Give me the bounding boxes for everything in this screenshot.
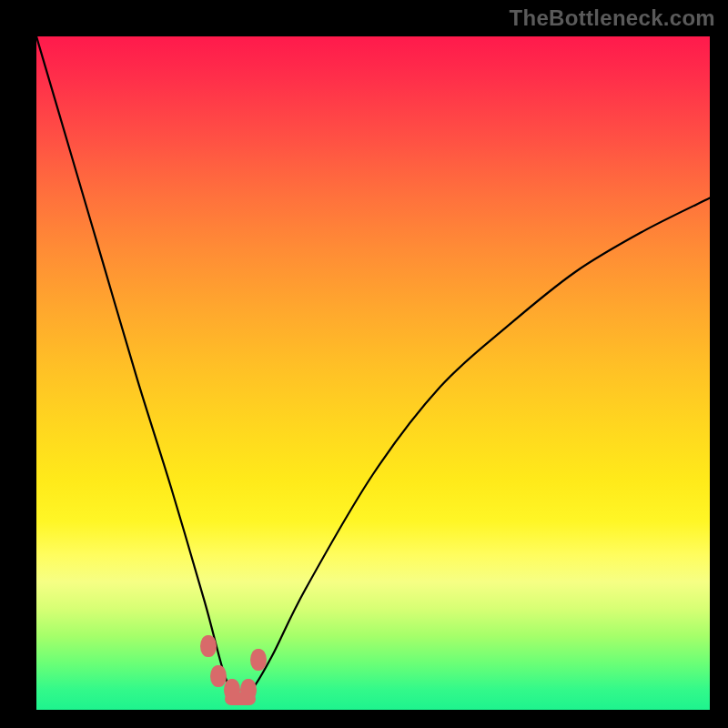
bottleneck-curve: [36, 36, 710, 710]
marker-point: [250, 649, 267, 671]
chart-plot-area: [36, 36, 710, 710]
watermark-text: TheBottleneck.com: [510, 5, 715, 31]
marker-connector: [225, 693, 256, 705]
marker-point: [200, 635, 217, 657]
